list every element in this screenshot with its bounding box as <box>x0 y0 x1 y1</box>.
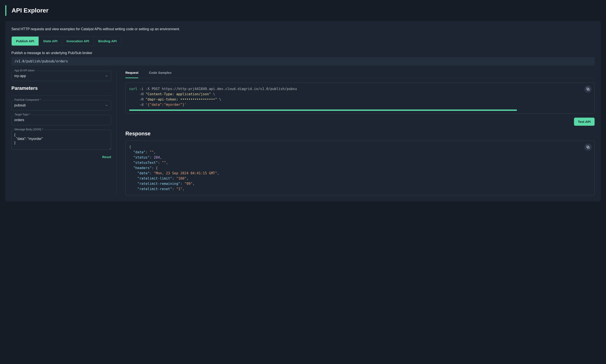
request-sub-tabs: Request Code Samples <box>125 71 595 78</box>
divider <box>11 95 111 96</box>
message-body-field: Message Body (JSON) * { "data": "myorder… <box>11 130 111 151</box>
copy-request-button[interactable] <box>584 85 592 93</box>
reset-button[interactable]: Reset <box>102 155 111 159</box>
tab-publish-api[interactable]: Publish API <box>12 37 39 46</box>
panel-description: Send HTTP requests and view examples for… <box>11 27 595 31</box>
parameters-title: Parameters <box>11 85 111 91</box>
api-tabs: Publish API State API Invocation API Bin… <box>11 36 121 46</box>
horizontal-scrollbar[interactable] <box>129 109 591 111</box>
app-token-label: App ID API token <box>14 69 35 72</box>
main-panel: Send HTTP requests and view examples for… <box>5 21 601 201</box>
request-code-content: curl -i -X POST https://http-prj441849.a… <box>129 86 591 107</box>
pubsub-component-label: Pub/Sub Component * <box>14 98 41 101</box>
pubsub-component-select[interactable]: pubsub <box>11 100 111 110</box>
target-topic-field: Target Topic * <box>11 115 111 125</box>
parameters-column: App ID API token my-app Parameters Pub/S… <box>11 71 117 195</box>
request-code-box: curl -i -X POST https://http-prj441849.a… <box>125 83 595 114</box>
page-title: API Explorer <box>12 7 48 14</box>
pubsub-component-field: Pub/Sub Component * pubsub <box>11 100 111 110</box>
target-topic-input[interactable] <box>11 115 111 125</box>
tab-state-api[interactable]: State API <box>39 37 62 46</box>
header-accent-bar <box>5 5 6 16</box>
message-body-label: Message Body (JSON) * <box>14 128 44 131</box>
sub-tab-request[interactable]: Request <box>125 71 138 78</box>
tab-description: Publish a message to an underlying Pub/S… <box>11 51 595 55</box>
copy-response-button[interactable] <box>584 143 592 151</box>
tab-binding-api[interactable]: Binding API <box>94 37 121 46</box>
app-token-select[interactable]: my-app <box>11 71 111 81</box>
test-api-button[interactable]: Test API <box>574 117 595 126</box>
page-header: API Explorer <box>0 0 606 21</box>
response-code-content: { "data": "", "status": 204, "statusText… <box>129 144 591 192</box>
copy-icon <box>586 87 590 91</box>
request-response-column: Request Code Samples curl -i -X POST htt… <box>125 71 595 195</box>
response-code-box: { "data": "", "status": 204, "statusText… <box>125 141 595 195</box>
scrollbar-thumb[interactable] <box>129 109 517 111</box>
app-token-field: App ID API token my-app <box>11 71 111 81</box>
tab-invocation-api[interactable]: Invocation API <box>62 37 94 46</box>
sub-tab-code-samples[interactable]: Code Samples <box>149 71 171 78</box>
response-title: Response <box>125 130 595 137</box>
target-topic-label: Target Topic * <box>14 113 31 116</box>
message-body-textarea[interactable]: { "data": "myorder" } <box>11 130 111 150</box>
endpoint-path: /v1.0/publish/pubsub/orders <box>11 57 595 65</box>
copy-icon <box>586 145 590 149</box>
